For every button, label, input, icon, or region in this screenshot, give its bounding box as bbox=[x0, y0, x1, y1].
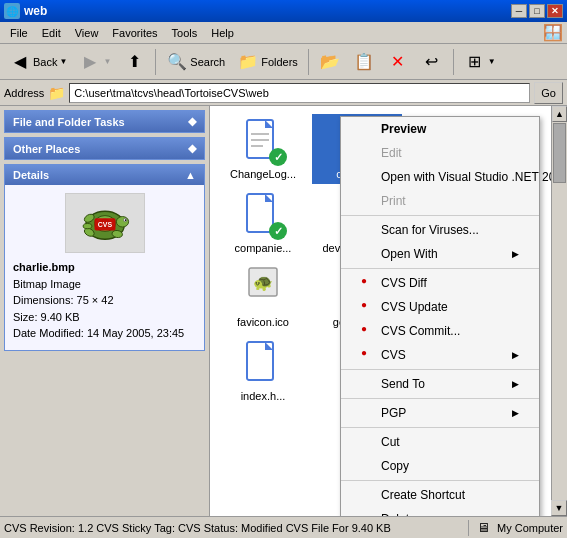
favicon-icon: 🐢 bbox=[247, 266, 279, 298]
cvs-turtle-svg: CVS bbox=[70, 196, 140, 251]
ctx-sep-3 bbox=[341, 369, 539, 370]
folders-button[interactable]: 📁 Folders bbox=[232, 48, 303, 76]
delete-button[interactable]: ✕ bbox=[382, 48, 414, 76]
ctx-open-with[interactable]: Open With bbox=[341, 242, 539, 266]
ctx-create-shortcut[interactable]: Create Shortcut bbox=[341, 483, 539, 507]
close-button[interactable]: ✕ bbox=[547, 4, 563, 18]
forward-button[interactable]: ▶ ▼ bbox=[74, 48, 116, 76]
ctx-sep-4 bbox=[341, 398, 539, 399]
minimize-button[interactable]: ─ bbox=[511, 4, 527, 18]
details-label: Details bbox=[13, 169, 49, 181]
menu-file[interactable]: File bbox=[4, 25, 34, 41]
ctx-send-to-label: Send To bbox=[381, 377, 425, 391]
toolbar: ◀ Back ▼ ▶ ▼ ⬆ 🔍 Search 📁 Folders 📂 📋 ✕ … bbox=[0, 44, 567, 80]
ctx-sep-1 bbox=[341, 215, 539, 216]
ctx-sep-2 bbox=[341, 268, 539, 269]
views-button[interactable]: ⊞ ▼ bbox=[459, 48, 501, 76]
scroll-thumb[interactable] bbox=[553, 123, 566, 183]
go-button[interactable]: Go bbox=[534, 82, 563, 104]
status-computer: 🖥 My Computer bbox=[468, 520, 563, 536]
menu-tools[interactable]: Tools bbox=[166, 25, 204, 41]
ctx-scan[interactable]: Scan for Viruses... bbox=[341, 218, 539, 242]
file-item[interactable]: index.h... bbox=[218, 336, 308, 406]
forward-dropdown-icon[interactable]: ▼ bbox=[103, 57, 111, 66]
ctx-cvs-commit[interactable]: ● CVS Commit... bbox=[341, 319, 539, 343]
menu-bar: File Edit View Favorites Tools Help 🪟 bbox=[0, 22, 567, 44]
file-icon-wrap bbox=[239, 340, 287, 388]
ctx-cvs-diff-label: CVS Diff bbox=[381, 276, 427, 290]
address-folder-icon: 📁 bbox=[48, 85, 65, 101]
ctx-open-with-label: Open With bbox=[381, 247, 438, 261]
ctx-cvs-update-label: CVS Update bbox=[381, 300, 448, 314]
menu-help[interactable]: Help bbox=[205, 25, 240, 41]
ctx-delete[interactable]: Delete bbox=[341, 507, 539, 516]
ctx-delete-icon bbox=[361, 511, 377, 516]
up-button[interactable]: ⬆ bbox=[118, 48, 150, 76]
back-dropdown-icon[interactable]: ▼ bbox=[59, 57, 67, 66]
file-icon-wrap: 🐢 bbox=[239, 266, 287, 314]
toolbar-separator-1 bbox=[155, 49, 156, 75]
ctx-preview-label: Preview bbox=[381, 122, 426, 136]
ctx-create-shortcut-label: Create Shortcut bbox=[381, 488, 465, 502]
file-folder-tasks-label: File and Folder Tasks bbox=[13, 116, 125, 128]
copy-to-button[interactable]: 📋 bbox=[348, 48, 380, 76]
cvs-commit-icon: ● bbox=[361, 323, 377, 339]
print-icon bbox=[361, 193, 377, 209]
move-to-icon: 📂 bbox=[319, 51, 341, 73]
svg-point-9 bbox=[83, 223, 92, 228]
preview-icon bbox=[361, 121, 377, 137]
computer-label: My Computer bbox=[497, 522, 563, 534]
ctx-edit-label: Edit bbox=[381, 146, 402, 160]
ctx-cvs-update[interactable]: ● CVS Update bbox=[341, 295, 539, 319]
scroll-up-button[interactable]: ▲ bbox=[552, 106, 567, 122]
menu-edit[interactable]: Edit bbox=[36, 25, 67, 41]
maximize-button[interactable]: □ bbox=[529, 4, 545, 18]
main-content: File and Folder Tasks ◆ Other Places ◆ D… bbox=[0, 106, 567, 516]
ctx-open-vs[interactable]: Open with Visual Studio .NET 2003 bbox=[341, 165, 539, 189]
ctx-scan-label: Scan for Viruses... bbox=[381, 223, 479, 237]
ctx-cvs-diff[interactable]: ● CVS Diff bbox=[341, 271, 539, 295]
undo-button[interactable]: ↩ bbox=[416, 48, 448, 76]
ctx-preview[interactable]: Preview bbox=[341, 117, 539, 141]
up-icon: ⬆ bbox=[123, 51, 145, 73]
status-text: CVS Revision: 1.2 CVS Sticky Tag: CVS St… bbox=[4, 522, 460, 534]
folders-label: Folders bbox=[261, 56, 298, 68]
file-folder-tasks-header[interactable]: File and Folder Tasks ◆ bbox=[5, 111, 204, 132]
views-dropdown-icon[interactable]: ▼ bbox=[488, 57, 496, 66]
ctx-cut-label: Cut bbox=[381, 435, 400, 449]
scroll-down-button[interactable]: ▼ bbox=[551, 500, 567, 516]
context-menu: Preview Edit Open with Visual Studio .NE… bbox=[340, 116, 540, 516]
address-input[interactable] bbox=[69, 83, 530, 103]
ctx-send-to[interactable]: Send To bbox=[341, 372, 539, 396]
menu-favorites[interactable]: Favorites bbox=[106, 25, 163, 41]
left-panel: File and Folder Tasks ◆ Other Places ◆ D… bbox=[0, 106, 210, 516]
file-item[interactable]: ✓ ChangeLog... bbox=[218, 114, 308, 184]
file-item[interactable]: 🐢 favicon.ico bbox=[218, 262, 308, 332]
back-button[interactable]: ◀ Back ▼ bbox=[4, 48, 72, 76]
cvs-overlay-icon: ✓ bbox=[269, 148, 287, 166]
details-chevron: ▲ bbox=[185, 169, 196, 181]
file-area[interactable]: ✓ ChangeLog... charlie... bbox=[210, 106, 551, 516]
toolbar-separator-3 bbox=[453, 49, 454, 75]
details-dimensions: Dimensions: 75 × 42 bbox=[13, 292, 196, 309]
other-places-header[interactable]: Other Places ◆ bbox=[5, 138, 204, 159]
ctx-pgp[interactable]: PGP bbox=[341, 401, 539, 425]
ctx-print: Print bbox=[341, 189, 539, 213]
ctx-copy-label: Copy bbox=[381, 459, 409, 473]
title-bar: 🌐 web ─ □ ✕ bbox=[0, 0, 567, 22]
file-item[interactable]: ✓ companie... bbox=[218, 188, 308, 258]
search-label: Search bbox=[190, 56, 225, 68]
ctx-cvs[interactable]: ● CVS bbox=[341, 343, 539, 367]
cvs-update-icon: ● bbox=[361, 299, 377, 315]
right-scrollbar[interactable]: ▲ ▼ bbox=[551, 106, 567, 516]
undo-icon: ↩ bbox=[421, 51, 443, 73]
move-to-button[interactable]: 📂 bbox=[314, 48, 346, 76]
ctx-copy[interactable]: Copy bbox=[341, 454, 539, 478]
ctx-sep-6 bbox=[341, 480, 539, 481]
details-header[interactable]: Details ▲ bbox=[5, 165, 204, 185]
menu-view[interactable]: View bbox=[69, 25, 105, 41]
forward-icon: ▶ bbox=[79, 51, 101, 73]
search-button[interactable]: 🔍 Search bbox=[161, 48, 230, 76]
ctx-cut[interactable]: Cut bbox=[341, 430, 539, 454]
address-label: Address bbox=[4, 87, 44, 99]
